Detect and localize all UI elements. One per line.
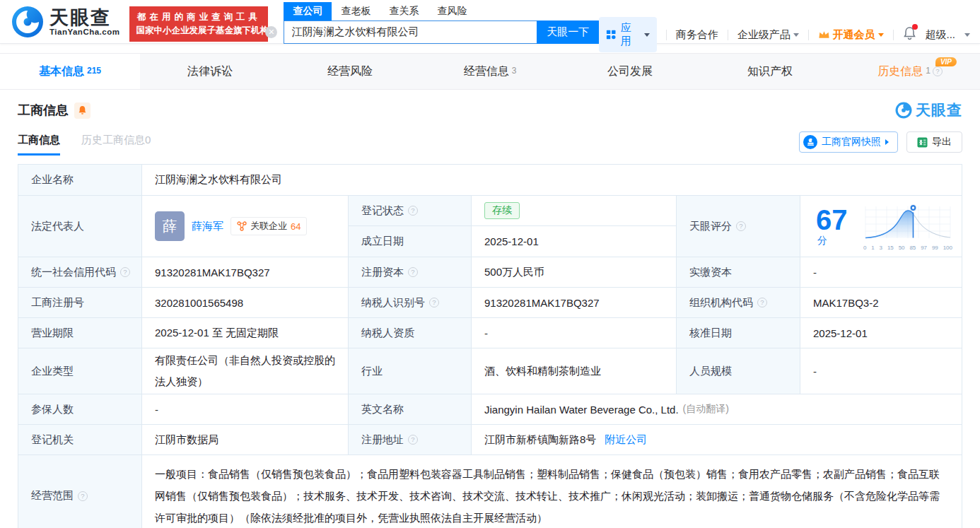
tab-history-info[interactable]: 历史信息 1 VIP xyxy=(840,54,980,89)
divider xyxy=(666,30,667,40)
section-title: 工商信息 xyxy=(18,102,69,119)
tianyancha-logo[interactable]: 天眼查 TianYanCha.com xyxy=(11,6,119,38)
org-code-label: 组织机构代码 xyxy=(677,288,800,318)
reg-status-label: 登记状态 xyxy=(349,196,472,226)
apps-grid-icon xyxy=(606,29,616,40)
nearby-companies-link[interactable]: 附近公司 xyxy=(605,433,647,447)
approval-date-label: 核准日期 xyxy=(677,318,800,348)
top-header: 天眼查 TianYanCha.com 都在用的商业查询工具 国家中小企业发展子基… xyxy=(0,0,980,44)
search-clear-icon[interactable]: ✕ xyxy=(265,26,277,38)
brand-name: 天眼查 xyxy=(49,8,119,28)
section-header: 工商信息 天眼查 xyxy=(0,100,980,120)
tab-count: 215 xyxy=(87,66,101,76)
export-button[interactable]: 导出 xyxy=(906,131,962,153)
subtab-business-registration[interactable]: 工商信息 xyxy=(18,134,60,156)
org-code-value: MAK17BQ3-2 xyxy=(800,288,962,318)
paid-capital-label: 实缴资本 xyxy=(677,257,800,288)
reg-capital-value: 500万人民币 xyxy=(472,257,677,288)
help-icon[interactable] xyxy=(736,221,746,231)
header-menu: 应用 商务合作 企业级产品 开通会员 超级.. xyxy=(599,17,970,52)
chevron-down-icon xyxy=(793,33,799,37)
tab-operating-risk[interactable]: 经营风险 xyxy=(280,54,420,89)
industry-label: 行业 xyxy=(349,348,472,394)
related-count: 64 xyxy=(291,221,301,232)
tab-intellectual-property[interactable]: 知识产权 xyxy=(700,54,840,89)
tab-business-info[interactable]: 经营信息 3 xyxy=(420,54,560,89)
official-snapshot-button[interactable]: 工商官网快照 xyxy=(799,131,898,153)
snapshot-stamp-icon xyxy=(803,135,817,149)
search-button[interactable]: 天眼一下 xyxy=(537,20,599,44)
search-tab-relation[interactable]: 查关系 xyxy=(380,2,428,20)
related-companies-icon xyxy=(237,221,247,231)
search-tab-company[interactable]: 查公司 xyxy=(284,2,332,20)
help-icon[interactable] xyxy=(757,298,767,307)
help-icon[interactable] xyxy=(408,267,418,277)
excel-icon xyxy=(917,137,928,148)
menu-vip[interactable]: 开通会员 xyxy=(818,28,884,42)
vip-badge: VIP xyxy=(935,57,957,66)
promo-banner: 都在用的商业查询工具 国家中小企业发展子基金旗下机构 xyxy=(129,6,268,42)
notification-dot xyxy=(912,24,918,30)
reg-authority-label: 登记机关 xyxy=(18,425,142,455)
menu-cooperation[interactable]: 商务合作 xyxy=(676,28,718,42)
subscribe-bell-button[interactable] xyxy=(74,102,91,119)
business-info-table: 企业名称 江阴海澜之水饮料有限公司 法定代表人 薛 薛海军 关联企业 64 登记… xyxy=(18,164,962,528)
paid-capital-value: - xyxy=(800,257,962,288)
chevron-down-icon xyxy=(964,33,970,37)
avatar[interactable]: 薛 xyxy=(155,211,185,241)
tab-legal-litigation[interactable]: 法律诉讼 xyxy=(140,54,280,89)
tab-count: 1 xyxy=(926,66,931,76)
search-tab-boss[interactable]: 查老板 xyxy=(332,2,380,20)
insured-label: 参保人数 xyxy=(18,394,142,425)
search-tabs: 查公司 查老板 查关系 查风险 xyxy=(284,2,599,20)
legal-rep-link[interactable]: 薛海军 xyxy=(192,220,223,233)
staff-size-value: - xyxy=(800,348,962,394)
auto-translate-note: (自动翻译) xyxy=(683,403,729,416)
subtab-history-registration[interactable]: 历史工商信息0 xyxy=(81,134,151,156)
legal-rep-label: 法定代表人 xyxy=(18,196,142,257)
help-icon[interactable] xyxy=(78,491,88,501)
related-companies-badge[interactable]: 关联企业 64 xyxy=(231,217,307,235)
score-cell: 67分 xyxy=(800,196,962,257)
apps-label: 应用 xyxy=(621,21,640,48)
industry-value: 酒、饮料和精制茶制造业 xyxy=(472,348,677,394)
business-term-label: 营业期限 xyxy=(18,318,142,348)
score-ticks: 0131550859799100 xyxy=(863,245,953,251)
business-scope-label: 经营范围 xyxy=(18,455,142,528)
credit-code-label: 统一社会信用代码 xyxy=(18,257,142,288)
tianyancha-watermark: 天眼查 xyxy=(895,100,962,120)
credit-code-value: 91320281MAK17BQ327 xyxy=(142,257,349,288)
status-badge: 存续 xyxy=(484,202,520,219)
english-name-value: Jiangyin Hailan Water Beverage Co., Ltd.… xyxy=(472,394,962,425)
company-name-value: 江阴海澜之水饮料有限公司 xyxy=(142,165,962,196)
help-icon[interactable] xyxy=(933,66,943,76)
insured-value: - xyxy=(142,394,349,425)
apps-menu[interactable]: 应用 xyxy=(599,17,656,52)
help-icon[interactable] xyxy=(408,206,418,216)
crown-icon xyxy=(818,30,830,40)
menu-enterprise[interactable]: 企业级产品 xyxy=(737,28,799,42)
reg-authority-value: 江阴市数据局 xyxy=(142,425,349,455)
search-input[interactable] xyxy=(284,20,537,44)
chevron-down-icon xyxy=(878,33,884,37)
reg-number-value: 320281001565498 xyxy=(142,288,349,318)
approval-date-value: 2025-12-01 xyxy=(800,318,962,348)
divider xyxy=(808,30,809,40)
legal-rep-cell: 薛 薛海军 关联企业 64 xyxy=(142,196,349,257)
tab-company-development[interactable]: 公司发展 xyxy=(560,54,700,89)
help-icon[interactable] xyxy=(120,267,130,277)
help-icon[interactable] xyxy=(408,435,418,445)
tianyancha-watermark-icon xyxy=(895,102,912,119)
taxpayer-quality-value: - xyxy=(472,318,677,348)
search-tab-risk[interactable]: 查风险 xyxy=(428,2,476,20)
menu-super-vip[interactable]: 超级... xyxy=(926,28,956,42)
brand-domain: TianYanCha.com xyxy=(49,28,119,36)
arrow-right-icon xyxy=(885,139,889,145)
staff-size-label: 人员规模 xyxy=(677,348,800,394)
taxpayer-id-label: 纳税人识别号 xyxy=(349,288,472,318)
section-bell-icon xyxy=(78,105,87,115)
notification-bell[interactable] xyxy=(903,26,916,43)
help-icon[interactable] xyxy=(429,298,439,307)
tab-count: 3 xyxy=(512,66,517,76)
tab-basic-info[interactable]: 基本信息 215 xyxy=(0,54,140,89)
